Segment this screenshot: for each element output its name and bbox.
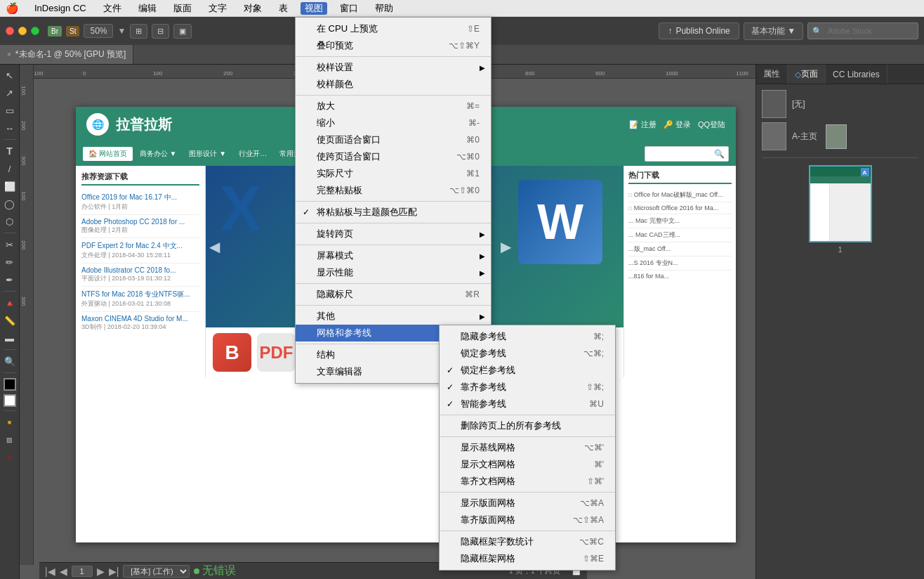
page-style-dropdown[interactable]: [基本] (工作) bbox=[123, 565, 190, 578]
menu-match-theme[interactable]: ✓ 将粘贴板与主题颜色匹配 bbox=[296, 204, 491, 221]
menu-item-label: 网格和参考线 bbox=[317, 327, 371, 339]
menu-layout[interactable]: 版面 bbox=[169, 2, 196, 15]
zoom-display[interactable]: 50% bbox=[84, 24, 113, 38]
direct-select-tool[interactable]: ↗ bbox=[2, 85, 18, 100]
ellipse-tool[interactable]: ◯ bbox=[2, 196, 18, 212]
nav-design: 图形设计 ▼ bbox=[183, 147, 232, 161]
scissors-tool[interactable]: ✂ bbox=[2, 237, 18, 252]
menu-table[interactable]: 表 bbox=[275, 2, 292, 15]
menu-zoom-out[interactable]: 缩小 ⌘- bbox=[296, 115, 491, 131]
menu-object[interactable]: 对象 bbox=[239, 2, 266, 15]
page-number-input[interactable] bbox=[72, 566, 93, 577]
prev-page-button[interactable]: ◀ bbox=[60, 566, 67, 577]
menu-rotate-spread[interactable]: 旋转跨页 bbox=[296, 226, 491, 242]
apply-none-button[interactable]: ∅ bbox=[2, 450, 18, 465]
page-tool[interactable]: ▭ bbox=[2, 103, 18, 118]
zoom-arrow[interactable]: ▼ bbox=[117, 26, 126, 36]
submenu-lock-column-guides[interactable]: ✓ 锁定栏参考线 bbox=[440, 362, 615, 379]
type-tool[interactable]: T bbox=[2, 143, 18, 159]
submenu-show-baseline-grid[interactable]: 显示基线网格 ⌥⌘' bbox=[440, 439, 615, 456]
submenu-hide-guides[interactable]: 隐藏参考线 ⌘; bbox=[440, 328, 615, 345]
fill-color-swatch[interactable] bbox=[4, 378, 16, 391]
submenu-show-layout-grid[interactable]: 显示版面网格 ⌥⌘A bbox=[440, 495, 615, 512]
gap-tool[interactable]: ↔ bbox=[2, 120, 18, 136]
gradient-tool[interactable]: ▬ bbox=[2, 330, 18, 346]
menu-overprint-preview[interactable]: 叠印预览 ⌥⇧⌘Y bbox=[296, 37, 491, 54]
apple-menu[interactable]: 🍎 bbox=[6, 2, 19, 15]
measure-tool[interactable]: 📏 bbox=[2, 313, 18, 328]
menu-proof-setup[interactable]: 校样设置 bbox=[296, 59, 491, 76]
menu-hide-rulers[interactable]: 隐藏标尺 ⌘R bbox=[296, 286, 491, 303]
rect-tool[interactable]: ⬜ bbox=[2, 178, 18, 194]
submenu-snap-guides[interactable]: ✓ 靠齐参考线 ⇧⌘; bbox=[440, 379, 615, 396]
menu-zoom-in[interactable]: 放大 ⌘= bbox=[296, 98, 491, 115]
menu-view[interactable]: 视图 bbox=[301, 2, 327, 15]
menu-actual-size[interactable]: 实际尺寸 ⌘1 bbox=[296, 165, 491, 182]
panel-separator bbox=[762, 157, 918, 158]
list-item-3: Adobe Illustrator CC 2018 fo... 平面设计 | 2… bbox=[81, 264, 199, 287]
apply-color-button[interactable]: ■ bbox=[2, 415, 18, 430]
mode-btn-1[interactable]: ⊞ bbox=[130, 24, 147, 39]
function-label: 基本功能 bbox=[751, 26, 785, 36]
menu-display-perf[interactable]: 显示性能 bbox=[296, 264, 491, 281]
last-page-button[interactable]: ▶| bbox=[109, 566, 119, 577]
submenu-item-label: 显示版面网格 bbox=[461, 497, 515, 509]
submenu-smart-guides[interactable]: ✓ 智能参考线 ⌘U bbox=[440, 396, 615, 412]
publish-online-button[interactable]: ↑ Publish Online bbox=[659, 22, 739, 39]
bridge-icon[interactable]: Br bbox=[48, 26, 62, 37]
maximize-window-button[interactable] bbox=[31, 27, 39, 35]
eyedropper-tool[interactable]: 🔺 bbox=[2, 295, 18, 311]
submenu-hide-frame-count[interactable]: 隐藏框架字数统计 ⌥⌘C bbox=[440, 533, 615, 550]
document-tab[interactable]: × *未命名-1 @ 50% [GPU 预览] bbox=[0, 45, 133, 64]
list-item-0-name: Office 2019 for Mac 16.17 中... bbox=[81, 193, 199, 202]
pen-tool[interactable]: ✒ bbox=[2, 272, 18, 287]
menu-item-shortcut: ⇧E bbox=[453, 24, 480, 34]
submenu-lock-guides[interactable]: 锁定参考线 ⌥⌘; bbox=[440, 345, 615, 362]
panel-tab-properties[interactable]: 属性 bbox=[756, 65, 788, 84]
panel-tab-pages[interactable]: ◇ 页面 bbox=[788, 65, 826, 84]
close-window-button[interactable] bbox=[6, 27, 14, 35]
menu-cpu-preview[interactable]: 在 CPU 上预览 ⇧E bbox=[296, 20, 491, 37]
mode-btn-2[interactable]: ⊟ bbox=[152, 24, 169, 39]
menu-edit[interactable]: 编辑 bbox=[134, 2, 161, 15]
pencil-tool[interactable]: ✏ bbox=[2, 254, 18, 270]
submenu-show-doc-grid[interactable]: 显示文档网格 ⌘' bbox=[440, 456, 615, 473]
status-dot bbox=[194, 568, 199, 574]
site-title: 拉普拉斯 bbox=[116, 115, 172, 134]
menu-text[interactable]: 文字 bbox=[204, 2, 231, 15]
apply-gradient-button[interactable]: ▨ bbox=[2, 432, 18, 448]
stock-icon[interactable]: St bbox=[66, 26, 79, 37]
menu-file[interactable]: 文件 bbox=[99, 2, 126, 15]
tool-separator-3 bbox=[4, 291, 16, 292]
stroke-color-swatch[interactable] bbox=[4, 394, 16, 407]
submenu-snap-layout-grid[interactable]: 靠齐版面网格 ⌥⇧⌘A bbox=[440, 512, 615, 528]
menu-other[interactable]: 其他 bbox=[296, 308, 491, 325]
submenu-item-shortcut: ⌥⌘A bbox=[566, 498, 604, 508]
menu-fit-page[interactable]: 使页面适合窗口 ⌘0 bbox=[296, 131, 491, 148]
next-page-button[interactable]: ▶ bbox=[97, 566, 105, 577]
zoom-tool[interactable]: 🔍 bbox=[2, 353, 18, 369]
menu-check-mark: ✓ bbox=[303, 207, 310, 217]
menu-screen-mode[interactable]: 屏幕模式 bbox=[296, 247, 491, 264]
stock-search-input[interactable] bbox=[822, 25, 913, 37]
select-tool[interactable]: ↖ bbox=[2, 67, 18, 83]
submenu-hide-frame-grid[interactable]: 隐藏框架网格 ⇧⌘E bbox=[440, 550, 615, 567]
submenu-delete-all-guides[interactable]: 删除跨页上的所有参考线 bbox=[440, 417, 615, 434]
submenu-snap-doc-grid[interactable]: 靠齐文档网格 ⇧⌘' bbox=[440, 473, 615, 490]
menu-entire-pasteboard[interactable]: 完整粘贴板 ⌥⇧⌘0 bbox=[296, 182, 491, 199]
first-page-button[interactable]: |◀ bbox=[45, 566, 55, 577]
mode-btn-3[interactable]: ▣ bbox=[173, 24, 192, 39]
function-dropdown[interactable]: 基本功能 ▼ bbox=[744, 22, 803, 40]
menu-window[interactable]: 窗口 bbox=[336, 2, 362, 15]
polygon-tool[interactable]: ⬡ bbox=[2, 214, 18, 229]
menu-fit-spread[interactable]: 使跨页适合窗口 ⌥⌘0 bbox=[296, 148, 491, 165]
line-tool[interactable]: / bbox=[2, 161, 18, 176]
list-item-3-tag: 平面设计 | 2018-03-19 01:30:12 bbox=[81, 274, 199, 283]
panel-tab-cc-libraries[interactable]: CC Libraries bbox=[826, 65, 887, 84]
menu-proof-colors[interactable]: 校样颜色 bbox=[296, 76, 491, 93]
menu-help[interactable]: 帮助 bbox=[371, 2, 397, 15]
tool-separator-1 bbox=[4, 139, 16, 140]
tab-close-button[interactable]: × bbox=[7, 51, 11, 58]
menu-indesign[interactable]: InDesign CC bbox=[30, 3, 91, 13]
minimize-window-button[interactable] bbox=[18, 27, 27, 35]
